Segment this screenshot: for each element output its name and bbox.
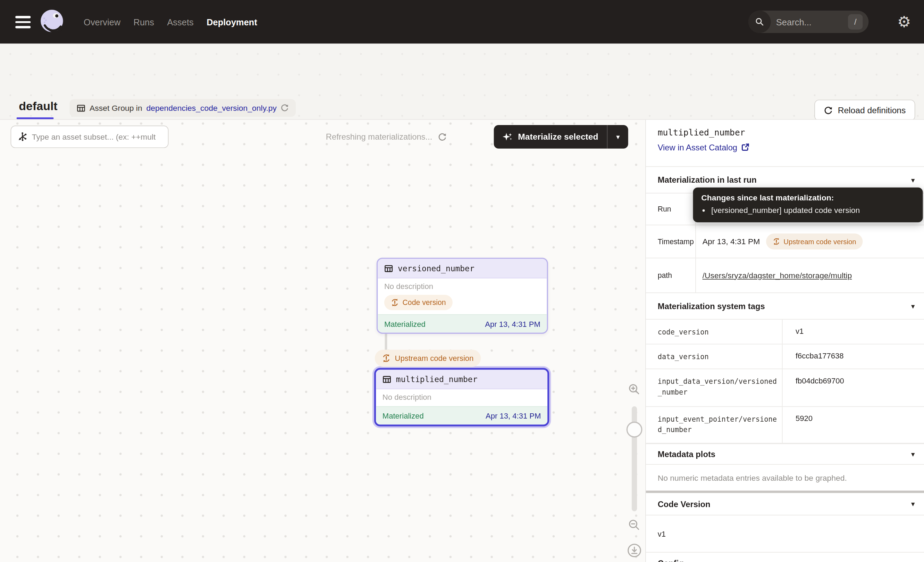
page-header: default Asset Group in dependencies_code… (0, 44, 924, 119)
lineage-canvas[interactable]: Refreshing materializations... (0, 120, 645, 562)
catalog-link-label: View in Asset Catalog (658, 143, 737, 152)
chevron-down-icon: ▾ (616, 133, 620, 141)
tag-key: code_version (646, 320, 783, 344)
upstream-code-version-chip: Upstream code version (766, 233, 862, 249)
refresh-icon (824, 106, 832, 115)
materialize-label: Materialize selected (518, 132, 598, 141)
table-grid-icon (382, 375, 391, 383)
chevron-down-icon: ▾ (911, 500, 914, 508)
asset-node-versioned-number[interactable]: versioned_number No description (376, 258, 548, 334)
asset-group-label: Asset Group in (90, 104, 142, 112)
code-version-changed-icon (391, 298, 399, 307)
reload-definitions-label: Reload definitions (838, 105, 906, 115)
asset-node-header: multiplied_number (376, 370, 548, 389)
op-selector-icon (17, 132, 27, 142)
timestamp-value[interactable]: Apr 13, 4:31 PM (702, 237, 760, 246)
chevron-down-icon: ▾ (911, 176, 914, 184)
status-badge: Materialized (382, 411, 424, 420)
main-region: Refreshing materializations... (0, 119, 924, 562)
materialization-timestamp[interactable]: Apr 13, 4:31 PM (486, 411, 541, 420)
nav-item-assets[interactable]: Assets (167, 17, 194, 27)
code-version-value: v1 (646, 515, 924, 552)
asset-node-multiplied-number[interactable]: multiplied_number No description Materia… (374, 368, 549, 426)
zoom-out-icon[interactable] (628, 518, 640, 531)
selected-asset-title: multiplied_number (658, 128, 912, 137)
tag-value: v1 (783, 320, 924, 335)
refreshing-label: Refreshing materializations... (326, 132, 432, 141)
view-in-asset-catalog-link[interactable]: View in Asset Catalog (658, 143, 750, 152)
tag-value: 5920 (783, 407, 924, 423)
tag-key: input_data_version/versioned_number (646, 369, 783, 406)
zoom-in-icon[interactable] (628, 383, 640, 396)
reload-definitions-button[interactable]: Reload definitions (814, 100, 915, 121)
top-nav: Overview Runs Assets Deployment / ⚙ (0, 0, 924, 44)
panel-divider (646, 490, 924, 493)
asset-name: versioned_number (398, 264, 474, 273)
nav-item-overview[interactable]: Overview (84, 17, 120, 27)
table-grid-icon (77, 104, 86, 112)
detail-label: Run (646, 194, 696, 225)
system-tag-row: input_event_pointer/versioned_number 592… (646, 407, 924, 443)
materialize-selected-button[interactable]: Materialize selected ▾ (494, 125, 628, 149)
chevron-down-icon: ▾ (911, 450, 914, 458)
section-label: Materialization system tags (658, 302, 765, 311)
dagster-app: Overview Runs Assets Deployment / ⚙ defa… (0, 0, 924, 562)
asset-description: No description (382, 392, 541, 402)
tag-key: data_version (646, 344, 783, 368)
search-input[interactable] (776, 17, 835, 27)
status-badge: Materialized (384, 319, 426, 328)
code-version-changed-icon (382, 354, 390, 363)
upstream-code-version-badge: Upstream code version (375, 350, 481, 367)
detail-label: path (646, 258, 696, 293)
section-metadata-plots[interactable]: Metadata plots ▾ (646, 443, 924, 465)
refresh-icon[interactable] (281, 104, 289, 112)
section-materialization-system-tags[interactable]: Materialization system tags ▾ (646, 293, 924, 320)
path-link[interactable]: /Users/sryza/dagster_home/storage/multip (702, 271, 852, 279)
global-search[interactable]: / (748, 11, 868, 33)
gear-icon[interactable]: ⚙ (897, 12, 911, 31)
asset-details-panel: multiplied_number View in Asset Catalog … (645, 120, 924, 562)
materialize-dropdown-caret[interactable]: ▾ (607, 125, 628, 149)
materialization-timestamp[interactable]: Apr 13, 4:31 PM (485, 319, 540, 328)
tag-key: input_event_pointer/versioned_number (646, 407, 783, 443)
table-grid-icon (384, 264, 393, 273)
chip-label: Upstream code version (783, 237, 856, 246)
asset-group-file-link[interactable]: dependencies_code_version_only.py (147, 104, 277, 112)
asset-node-footer: Materialized Apr 13, 4:31 PM (376, 406, 548, 425)
asset-node-body: No description Code (378, 278, 547, 314)
materialize-main[interactable]: Materialize selected (494, 125, 607, 149)
changes-since-last-materialization-tooltip: Changes since last materialization: [ver… (693, 188, 922, 222)
hamburger-menu-icon[interactable] (15, 16, 30, 29)
asset-subset-input[interactable] (32, 132, 156, 141)
section-label: Code Version (658, 499, 711, 508)
system-tag-row: code_version v1 (646, 320, 924, 344)
detail-row-path: path /Users/sryza/dagster_home/storage/m… (646, 258, 924, 293)
code-version-changed-icon (772, 237, 780, 245)
tag-value: f6ccba177638 (783, 344, 924, 360)
refresh-icon[interactable] (438, 132, 446, 141)
section-label: Materialization in last run (658, 175, 757, 185)
refreshing-status: Refreshing materializations... (326, 126, 446, 148)
nav-item-deployment[interactable]: Deployment (207, 17, 257, 27)
detail-row-timestamp: Timestamp Apr 13, 4:31 PM (646, 225, 924, 258)
section-label: Config (658, 559, 684, 562)
asset-description: No description (384, 281, 540, 292)
download-image-icon[interactable] (627, 543, 642, 558)
tag-value: fb04dcb69700 (783, 369, 924, 385)
code-version-chip-label: Code version (403, 298, 446, 307)
system-tag-row: input_data_version/versioned_number fb04… (646, 369, 924, 407)
asset-subset-filter[interactable] (11, 126, 169, 148)
section-code-version[interactable]: Code Version ▾ (646, 493, 924, 515)
tooltip-item: [versioned_number] updated code version (711, 205, 915, 216)
section-config[interactable]: Config (646, 552, 924, 562)
detail-label: Timestamp (646, 225, 696, 258)
zoom-slider-handle[interactable] (627, 422, 642, 438)
tooltip-title: Changes since last materialization: (701, 194, 915, 202)
external-link-icon (741, 143, 750, 152)
dagster-logo-icon[interactable] (38, 8, 66, 36)
asset-group-badge: Asset Group in dependencies_code_version… (69, 99, 296, 117)
section-label: Metadata plots (658, 449, 716, 459)
search-shortcut-badge: / (848, 14, 862, 30)
search-icon (748, 11, 771, 33)
nav-item-runs[interactable]: Runs (134, 17, 154, 27)
